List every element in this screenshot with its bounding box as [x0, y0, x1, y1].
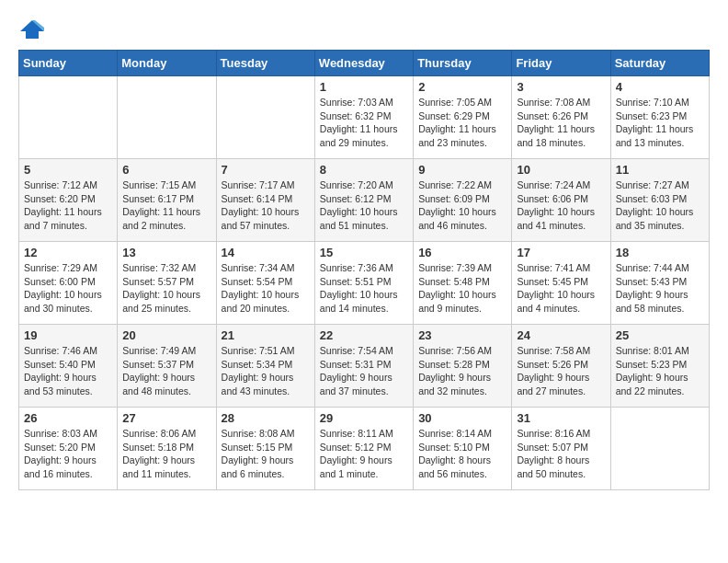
day-info: Sunrise: 7:36 AM Sunset: 5:51 PM Dayligh… — [320, 261, 408, 316]
calendar-cell: 5Sunrise: 7:12 AM Sunset: 6:20 PM Daylig… — [19, 159, 118, 242]
day-number: 20 — [122, 328, 210, 342]
day-number: 26 — [24, 411, 112, 425]
day-info: Sunrise: 8:08 AM Sunset: 5:15 PM Dayligh… — [222, 427, 310, 481]
day-number: 5 — [24, 163, 112, 177]
calendar-cell: 4Sunrise: 7:10 AM Sunset: 6:23 PM Daylig… — [610, 76, 709, 159]
day-number: 10 — [517, 163, 605, 177]
calendar-cell — [118, 76, 216, 159]
calendar-cell: 22Sunrise: 7:54 AM Sunset: 5:31 PM Dayli… — [314, 325, 413, 408]
calendar-cell: 1Sunrise: 7:03 AM Sunset: 6:32 PM Daylig… — [314, 76, 413, 159]
weekday-header: Saturday — [610, 51, 709, 76]
calendar-cell: 21Sunrise: 7:51 AM Sunset: 5:34 PM Dayli… — [216, 325, 314, 408]
day-number: 18 — [616, 246, 704, 259]
day-number: 24 — [517, 328, 605, 342]
day-info: Sunrise: 7:44 AM Sunset: 5:43 PM Dayligh… — [616, 261, 704, 316]
calendar-week-row: 19Sunrise: 7:46 AM Sunset: 5:40 PM Dayli… — [19, 325, 710, 408]
day-number: 9 — [418, 163, 506, 177]
day-number: 16 — [418, 246, 506, 259]
day-number: 14 — [222, 246, 310, 259]
calendar-header-row: SundayMondayTuesdayWednesdayThursdayFrid… — [19, 51, 710, 76]
calendar-cell: 13Sunrise: 7:32 AM Sunset: 5:57 PM Dayli… — [118, 242, 216, 325]
day-info: Sunrise: 8:14 AM Sunset: 5:10 PM Dayligh… — [418, 427, 506, 481]
calendar-cell: 26Sunrise: 8:03 AM Sunset: 5:20 PM Dayli… — [19, 408, 118, 490]
calendar-cell — [216, 76, 314, 159]
day-info: Sunrise: 7:27 AM Sunset: 6:03 PM Dayligh… — [616, 178, 704, 233]
day-number: 23 — [418, 328, 506, 342]
calendar-cell: 19Sunrise: 7:46 AM Sunset: 5:40 PM Dayli… — [19, 325, 118, 408]
calendar-cell: 9Sunrise: 7:22 AM Sunset: 6:09 PM Daylig… — [414, 159, 512, 242]
calendar-cell: 24Sunrise: 7:58 AM Sunset: 5:26 PM Dayli… — [512, 325, 610, 408]
day-number: 3 — [517, 80, 605, 94]
weekday-header: Thursday — [414, 51, 512, 76]
calendar-cell: 6Sunrise: 7:15 AM Sunset: 6:17 PM Daylig… — [118, 159, 216, 242]
calendar-cell: 29Sunrise: 8:11 AM Sunset: 5:12 PM Dayli… — [314, 408, 413, 490]
calendar-cell: 11Sunrise: 7:27 AM Sunset: 6:03 PM Dayli… — [610, 159, 709, 242]
calendar-cell: 25Sunrise: 8:01 AM Sunset: 5:23 PM Dayli… — [610, 325, 709, 408]
calendar-cell: 14Sunrise: 7:34 AM Sunset: 5:54 PM Dayli… — [216, 242, 314, 325]
weekday-header: Tuesday — [216, 51, 314, 76]
day-info: Sunrise: 7:03 AM Sunset: 6:32 PM Dayligh… — [320, 96, 408, 150]
page-header — [18, 18, 710, 40]
weekday-header: Sunday — [19, 51, 118, 76]
weekday-header: Friday — [512, 51, 610, 76]
day-number: 2 — [418, 80, 506, 94]
calendar-week-row: 1Sunrise: 7:03 AM Sunset: 6:32 PM Daylig… — [19, 76, 710, 159]
logo — [18, 18, 50, 40]
day-number: 4 — [616, 80, 704, 94]
day-number: 28 — [222, 411, 310, 425]
day-number: 6 — [122, 163, 210, 177]
calendar-cell: 28Sunrise: 8:08 AM Sunset: 5:15 PM Dayli… — [216, 408, 314, 490]
day-info: Sunrise: 7:51 AM Sunset: 5:34 PM Dayligh… — [222, 344, 310, 398]
calendar-cell: 2Sunrise: 7:05 AM Sunset: 6:29 PM Daylig… — [414, 76, 512, 159]
calendar-cell: 12Sunrise: 7:29 AM Sunset: 6:00 PM Dayli… — [19, 242, 118, 325]
day-number: 15 — [320, 246, 408, 259]
day-info: Sunrise: 7:58 AM Sunset: 5:26 PM Dayligh… — [517, 344, 605, 398]
day-info: Sunrise: 7:32 AM Sunset: 5:57 PM Dayligh… — [122, 261, 210, 316]
day-number: 17 — [517, 246, 605, 259]
day-info: Sunrise: 7:17 AM Sunset: 6:14 PM Dayligh… — [222, 178, 310, 233]
calendar-cell: 18Sunrise: 7:44 AM Sunset: 5:43 PM Dayli… — [610, 242, 709, 325]
day-info: Sunrise: 7:10 AM Sunset: 6:23 PM Dayligh… — [616, 96, 704, 150]
day-info: Sunrise: 7:20 AM Sunset: 6:12 PM Dayligh… — [320, 178, 408, 233]
calendar-cell: 8Sunrise: 7:20 AM Sunset: 6:12 PM Daylig… — [314, 159, 413, 242]
day-info: Sunrise: 7:49 AM Sunset: 5:37 PM Dayligh… — [122, 344, 210, 398]
calendar-cell: 23Sunrise: 7:56 AM Sunset: 5:28 PM Dayli… — [414, 325, 512, 408]
day-info: Sunrise: 8:06 AM Sunset: 5:18 PM Dayligh… — [122, 427, 210, 481]
day-info: Sunrise: 8:11 AM Sunset: 5:12 PM Dayligh… — [320, 427, 408, 481]
calendar-week-row: 5Sunrise: 7:12 AM Sunset: 6:20 PM Daylig… — [19, 159, 710, 242]
day-info: Sunrise: 7:15 AM Sunset: 6:17 PM Dayligh… — [122, 178, 210, 233]
calendar-cell: 16Sunrise: 7:39 AM Sunset: 5:48 PM Dayli… — [414, 242, 512, 325]
calendar-week-row: 26Sunrise: 8:03 AM Sunset: 5:20 PM Dayli… — [19, 408, 710, 490]
svg-marker-0 — [20, 20, 44, 39]
day-info: Sunrise: 7:24 AM Sunset: 6:06 PM Dayligh… — [517, 178, 605, 233]
day-number: 19 — [24, 328, 112, 342]
calendar-table: SundayMondayTuesdayWednesdayThursdayFrid… — [18, 50, 710, 490]
day-number: 29 — [320, 411, 408, 425]
day-info: Sunrise: 8:03 AM Sunset: 5:20 PM Dayligh… — [24, 427, 112, 481]
day-number: 1 — [320, 80, 408, 94]
weekday-header: Monday — [118, 51, 216, 76]
weekday-header: Wednesday — [314, 51, 413, 76]
day-number: 27 — [122, 411, 210, 425]
calendar-cell: 15Sunrise: 7:36 AM Sunset: 5:51 PM Dayli… — [314, 242, 413, 325]
day-number: 22 — [320, 328, 408, 342]
day-number: 31 — [517, 411, 605, 425]
calendar-cell: 7Sunrise: 7:17 AM Sunset: 6:14 PM Daylig… — [216, 159, 314, 242]
day-info: Sunrise: 7:41 AM Sunset: 5:45 PM Dayligh… — [517, 261, 605, 316]
day-info: Sunrise: 7:22 AM Sunset: 6:09 PM Dayligh… — [418, 178, 506, 233]
day-number: 11 — [616, 163, 704, 177]
day-info: Sunrise: 8:01 AM Sunset: 5:23 PM Dayligh… — [616, 344, 704, 398]
day-info: Sunrise: 7:08 AM Sunset: 6:26 PM Dayligh… — [517, 96, 605, 150]
day-info: Sunrise: 7:46 AM Sunset: 5:40 PM Dayligh… — [24, 344, 112, 398]
day-number: 25 — [616, 328, 704, 342]
day-number: 13 — [122, 246, 210, 259]
day-info: Sunrise: 8:16 AM Sunset: 5:07 PM Dayligh… — [517, 427, 605, 481]
day-info: Sunrise: 7:54 AM Sunset: 5:31 PM Dayligh… — [320, 344, 408, 398]
calendar-cell: 3Sunrise: 7:08 AM Sunset: 6:26 PM Daylig… — [512, 76, 610, 159]
day-number: 12 — [24, 246, 112, 259]
calendar-cell: 17Sunrise: 7:41 AM Sunset: 5:45 PM Dayli… — [512, 242, 610, 325]
calendar-cell: 10Sunrise: 7:24 AM Sunset: 6:06 PM Dayli… — [512, 159, 610, 242]
day-info: Sunrise: 7:39 AM Sunset: 5:48 PM Dayligh… — [418, 261, 506, 316]
logo-icon — [18, 18, 46, 40]
day-info: Sunrise: 7:34 AM Sunset: 5:54 PM Dayligh… — [222, 261, 310, 316]
